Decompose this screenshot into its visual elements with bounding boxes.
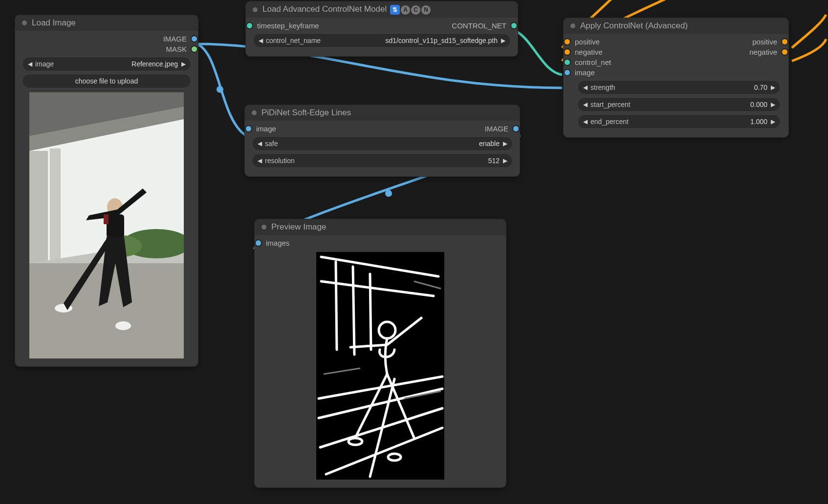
port-output-controlnet[interactable] [510, 22, 518, 29]
node-pidinet[interactable]: PiDiNet Soft-Edge Lines image IMAGE ◀ sa… [244, 105, 520, 177]
node-title: Apply ControlNet (Advanced) [580, 21, 688, 31]
output-controlnet-label: CONTROL_NET [452, 21, 506, 30]
output-mask-label: MASK [166, 45, 187, 53]
collapse-dot-icon[interactable] [253, 7, 258, 12]
input-images-label: images [266, 239, 289, 247]
port-input-negative[interactable] [564, 48, 571, 56]
svg-rect-12 [107, 214, 124, 238]
port-input-timestep[interactable] [246, 22, 253, 29]
port-input-controlnet[interactable] [564, 59, 571, 66]
port-output-image[interactable] [512, 125, 520, 132]
chevron-right-icon[interactable]: ▶ [769, 101, 776, 108]
chevron-right-icon[interactable]: ▶ [500, 37, 506, 44]
node-header[interactable]: Preview Image [255, 219, 506, 235]
output-negative-label: negative [749, 48, 777, 56]
widget-resolution[interactable]: ◀ resolution 512 ▶ [252, 153, 513, 168]
svg-rect-6 [50, 148, 61, 261]
widget-label: image [35, 60, 54, 68]
chevron-right-icon[interactable]: ▶ [769, 118, 776, 125]
chevron-right-icon[interactable]: ▶ [501, 157, 508, 164]
widget-value: sd1/control_v11p_sd15_softedge.pth [321, 37, 498, 44]
widget-label: start_percent [590, 101, 631, 108]
chevron-left-icon[interactable]: ◀ [26, 61, 33, 67]
chevron-right-icon[interactable]: ▶ [180, 61, 187, 67]
widget-value: 1.000 [629, 118, 767, 126]
widget-label: end_percent [590, 118, 629, 126]
widget-start-percent[interactable]: ◀ start_percent 0.000 ▶ [577, 97, 781, 112]
widget-safe[interactable]: ◀ safe enable ▶ [252, 136, 513, 151]
port-output-mask[interactable] [191, 45, 198, 53]
image-preview [29, 92, 184, 358]
node-load-image[interactable]: Load Image IMAGE MASK ◀ image Reference.… [15, 15, 198, 367]
node-title: Load Image [32, 18, 76, 28]
widget-label: resolution [265, 157, 295, 165]
port-input-image[interactable] [564, 69, 571, 76]
input-image-label: image [575, 68, 595, 77]
input-negative-label: negative [575, 48, 603, 56]
widget-label: control_net_name [266, 37, 321, 44]
widget-value: Reference.jpeg [54, 60, 178, 68]
svg-rect-5 [29, 151, 48, 263]
choose-file-button[interactable]: choose file to upload [22, 74, 191, 88]
widget-controlnet-name[interactable]: ◀ control_net_name sd1/control_v11p_sd15… [253, 33, 511, 48]
image-preview-edges [316, 252, 444, 480]
widget-value: 0.000 [631, 101, 767, 108]
badge-icon: ⇅ [390, 5, 400, 15]
port-input-image[interactable] [245, 125, 252, 132]
node-title: PiDiNet Soft-Edge Lines [261, 108, 351, 118]
chevron-left-icon[interactable]: ◀ [256, 157, 263, 164]
node-title-text: Load Advanced ControlNet Model [262, 4, 387, 14]
port-output-negative[interactable] [781, 48, 788, 56]
node-header[interactable]: Load Image [15, 15, 198, 31]
chevron-right-icon[interactable]: ▶ [501, 140, 508, 147]
output-image-label: IMAGE [163, 35, 187, 43]
port-input-images[interactable] [255, 239, 262, 247]
port-output-image[interactable] [191, 35, 198, 42]
widget-value: 0.70 [615, 84, 767, 91]
chevron-left-icon[interactable]: ◀ [582, 101, 588, 108]
widget-value: 512 [295, 157, 500, 165]
svg-point-1 [385, 190, 392, 197]
node-preview-image[interactable]: Preview Image images [254, 219, 506, 488]
collapse-dot-icon[interactable] [252, 110, 257, 115]
widget-strength[interactable]: ◀ strength 0.70 ▶ [577, 80, 781, 95]
output-positive-label: positive [752, 38, 777, 46]
collapse-dot-icon[interactable] [261, 225, 266, 230]
chevron-left-icon[interactable]: ◀ [582, 84, 588, 91]
widget-image-file[interactable]: ◀ image Reference.jpeg ▶ [22, 57, 191, 71]
input-image-label: image [256, 125, 276, 133]
input-controlnet-label: control_net [575, 58, 611, 66]
badge-n-icon: N [421, 5, 431, 15]
widget-label: strength [590, 84, 615, 91]
widget-label: safe [265, 140, 278, 147]
widget-value: enable [278, 140, 500, 147]
chevron-right-icon[interactable]: ▶ [769, 84, 776, 91]
node-load-controlnet[interactable]: Load Advanced ControlNet Model ⇅ACN time… [245, 1, 518, 57]
svg-point-16 [115, 321, 131, 330]
collapse-dot-icon[interactable] [22, 21, 27, 25]
svg-rect-13 [104, 214, 109, 224]
node-header[interactable]: Apply ControlNet (Advanced) [564, 18, 788, 34]
output-image-label: IMAGE [485, 125, 508, 133]
node-title: Preview Image [271, 222, 326, 232]
node-apply-controlnet[interactable]: Apply ControlNet (Advanced) positive pos… [563, 18, 789, 138]
node-header[interactable]: PiDiNet Soft-Edge Lines [245, 105, 520, 121]
svg-point-0 [217, 86, 223, 93]
chevron-left-icon[interactable]: ◀ [582, 118, 588, 125]
input-positive-label: positive [575, 38, 600, 46]
chevron-left-icon[interactable]: ◀ [257, 37, 264, 44]
button-label: choose file to upload [75, 77, 138, 85]
chevron-left-icon[interactable]: ◀ [256, 140, 263, 147]
node-header[interactable]: Load Advanced ControlNet Model ⇅ACN [246, 1, 518, 18]
collapse-dot-icon[interactable] [570, 23, 575, 28]
node-title: Load Advanced ControlNet Model ⇅ACN [262, 4, 431, 15]
port-output-positive[interactable] [781, 38, 788, 45]
badge-c-icon: C [411, 5, 420, 15]
port-input-positive[interactable] [564, 38, 571, 45]
badge-a-icon: A [401, 5, 410, 15]
input-timestep-label: timestep_keyframe [257, 21, 319, 30]
widget-end-percent[interactable]: ◀ end_percent 1.000 ▶ [577, 114, 781, 129]
